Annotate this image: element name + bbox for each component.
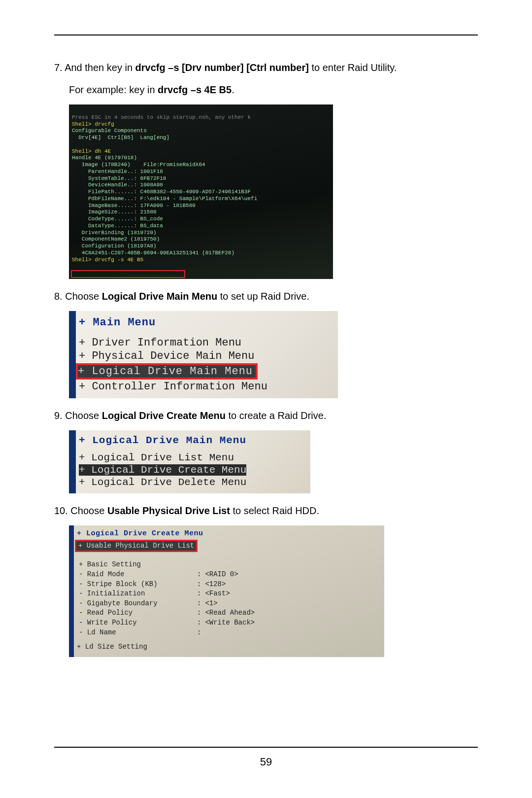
menu-item: + Physical Device Main Menu bbox=[79, 349, 338, 363]
menu-item-highlighted: + Logical Drive Main Menu bbox=[79, 363, 338, 380]
table-row: - Gigabyte Boundary:<1> bbox=[77, 599, 277, 609]
table-row: - Ld Name: bbox=[77, 628, 277, 638]
page-footer: 59 bbox=[54, 747, 478, 768]
menu-item: + Ld Size Setting bbox=[77, 642, 380, 652]
menu-item-highlighted: + Usable Physical Drive List bbox=[77, 539, 380, 555]
settings-table: + Basic Setting - Raid Mode:<RAID 0> - S… bbox=[77, 560, 277, 637]
highlight-box bbox=[71, 270, 185, 278]
menu-item: + Logical Drive Delete Menu bbox=[79, 476, 310, 488]
table-row: - Stripe Block (KB):<128> bbox=[77, 580, 277, 590]
step-7-line2: For example: key in drvcfg –s 4E B5. bbox=[54, 82, 478, 98]
step-10: 10. Choose Usable Physical Drive List to… bbox=[54, 503, 478, 519]
screenshot-main-menu: + Main Menu + Driver Information Menu + … bbox=[69, 311, 338, 398]
step-7: 7. And then key in drvcfg –s [Drv number… bbox=[54, 60, 478, 75]
table-row: - Write Policy:<Write Back> bbox=[77, 618, 277, 628]
step-num: 10. bbox=[54, 505, 68, 516]
table-row: - Raid Mode:<RAID 0> bbox=[77, 570, 277, 580]
page-number: 59 bbox=[260, 756, 272, 768]
menu-item: + Driver Information Menu bbox=[79, 336, 338, 349]
table-row: - Initialization:<Fast> bbox=[77, 589, 277, 599]
step-9: 9. Choose Logical Drive Create Menu to c… bbox=[54, 408, 478, 423]
screenshot-shell-terminal: Press ESC in 4 seconds to skip startup.n… bbox=[69, 104, 333, 279]
step-8: 8. Choose Logical Drive Main Menu to set… bbox=[54, 289, 478, 304]
menu-item-selected: + Logical Drive Create Menu bbox=[79, 464, 310, 476]
table-row: + Basic Setting bbox=[77, 560, 277, 570]
menu-title: + Logical Drive Create Menu bbox=[77, 528, 380, 539]
menu-title: + Main Menu bbox=[79, 316, 338, 329]
step-num: 7. bbox=[54, 62, 63, 73]
step-num: 9. bbox=[54, 410, 63, 421]
menu-title: + Logical Drive Main Menu bbox=[79, 434, 310, 447]
top-rule bbox=[54, 35, 478, 35]
step-num: 8. bbox=[54, 291, 63, 302]
table-row: - Read Policy:<Read Ahead> bbox=[77, 608, 277, 618]
menu-item: + Controller Information Menu bbox=[79, 380, 338, 393]
screenshot-create-menu: + Logical Drive Create Menu + Usable Phy… bbox=[69, 525, 384, 657]
menu-item: + Logical Drive List Menu bbox=[79, 451, 310, 464]
screenshot-logical-drive-menu: + Logical Drive Main Menu + Logical Driv… bbox=[69, 430, 310, 493]
